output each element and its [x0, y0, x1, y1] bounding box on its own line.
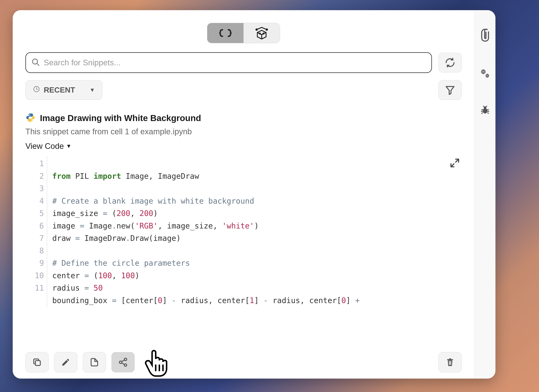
view-toggle	[13, 10, 474, 47]
svg-point-1	[486, 75, 488, 76]
svg-point-15	[263, 33, 264, 34]
search-icon	[31, 58, 40, 67]
svg-point-14	[259, 33, 260, 34]
svg-line-17	[37, 63, 39, 66]
search-input[interactable]	[44, 58, 426, 67]
svg-point-21	[31, 120, 32, 121]
bottom-toolbar	[13, 346, 474, 379]
recent-filter[interactable]: RECENT ▼	[25, 80, 102, 100]
side-panel	[474, 10, 496, 379]
svg-point-13	[266, 29, 268, 30]
app-window: RECENT ▼ Image Drawing w	[13, 10, 496, 379]
snippet-content: Image Drawing with White Background This…	[13, 105, 474, 379]
svg-point-26	[119, 361, 122, 363]
svg-line-29	[122, 363, 124, 364]
svg-line-28	[122, 360, 124, 362]
attachment-icon[interactable]	[480, 28, 490, 43]
svg-point-0	[482, 71, 484, 73]
code-body[interactable]: from PIL import Image, ImageDraw # Creat…	[47, 156, 360, 307]
search-box[interactable]	[25, 52, 432, 73]
refresh-button[interactable]	[438, 53, 462, 73]
svg-line-5	[487, 109, 489, 110]
bug-icon[interactable]	[480, 105, 491, 116]
code-area: 1234567891011 from PIL import Image, Ima…	[25, 156, 462, 307]
svg-point-3	[484, 106, 486, 109]
svg-point-27	[124, 364, 127, 366]
code-view-tab[interactable]	[207, 23, 244, 43]
copy-button[interactable]	[25, 352, 49, 373]
filter-button[interactable]	[438, 80, 462, 100]
snippet-description: This snippet came from cell 1 of example…	[25, 127, 462, 136]
clock-icon	[33, 86, 40, 95]
chevron-down-icon: ▼	[66, 143, 72, 149]
svg-rect-33	[450, 361, 450, 365]
svg-point-25	[124, 358, 127, 361]
file-button[interactable]	[83, 352, 106, 373]
share-button[interactable]	[111, 352, 135, 373]
svg-rect-31	[449, 358, 451, 359]
chevron-down-icon: ▼	[90, 87, 95, 93]
recent-label: RECENT	[44, 86, 75, 94]
svg-marker-19	[446, 87, 454, 95]
settings-gears-icon[interactable]	[480, 68, 490, 79]
svg-line-9	[487, 113, 489, 114]
package-view-tab[interactable]	[244, 23, 280, 43]
view-code-label: View Code	[25, 141, 64, 151]
edit-button[interactable]	[54, 352, 77, 373]
svg-rect-24	[35, 361, 40, 366]
svg-line-4	[481, 109, 483, 110]
python-icon	[25, 112, 36, 123]
svg-rect-34	[451, 361, 451, 365]
svg-line-10	[483, 106, 484, 107]
expand-button[interactable]	[450, 158, 460, 172]
main-area: RECENT ▼ Image Drawing w	[13, 10, 474, 379]
view-code-toggle[interactable]: View Code ▼	[25, 141, 72, 151]
snippet-title: Image Drawing with White Background	[40, 113, 201, 123]
svg-line-8	[481, 113, 483, 114]
svg-point-12	[256, 29, 257, 30]
line-gutter: 1234567891011	[33, 156, 47, 307]
delete-button[interactable]	[438, 352, 462, 373]
svg-rect-32	[449, 361, 450, 365]
svg-line-11	[486, 106, 487, 107]
svg-point-20	[29, 114, 30, 115]
